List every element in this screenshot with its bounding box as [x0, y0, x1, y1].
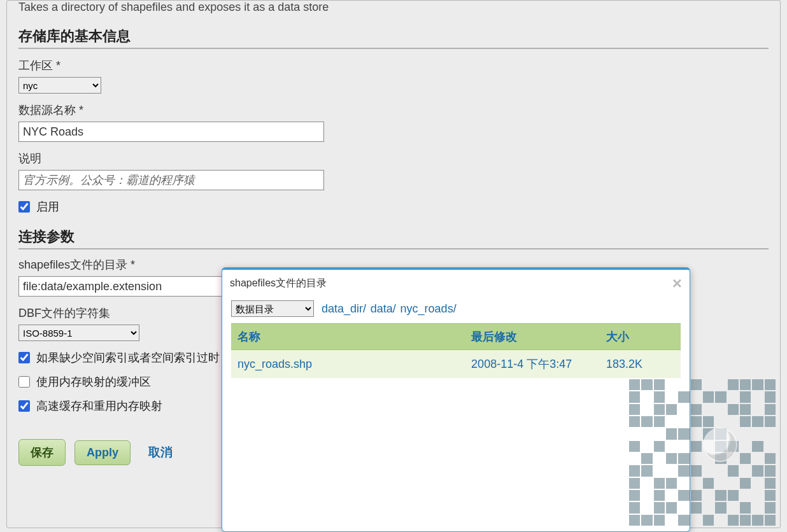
- apply-button[interactable]: Apply: [74, 440, 131, 465]
- crumb-0[interactable]: data_dir/: [322, 302, 366, 315]
- page-description: Takes a directory of shapefiles and expo…: [18, 1, 769, 14]
- enabled-checkbox[interactable]: [18, 201, 30, 213]
- close-icon[interactable]: ×: [672, 275, 682, 291]
- label-workspace: 工作区 *: [18, 58, 769, 73]
- file-table: 名称 最后修改 大小 nyc_roads.shp 2008-11-4 下午3:4…: [231, 323, 681, 378]
- cancel-link[interactable]: 取消: [148, 444, 173, 461]
- table-row[interactable]: nyc_roads.shp 2008-11-4 下午3:47 183.2K: [231, 350, 681, 379]
- save-button[interactable]: 保存: [18, 439, 66, 466]
- crumb-2[interactable]: nyc_roads/: [401, 302, 457, 315]
- cb-mmap-label: 使用内存映射的缓冲区: [36, 374, 151, 389]
- cb-mmap[interactable]: [18, 376, 30, 388]
- cell-name: nyc_roads.shp: [231, 350, 465, 379]
- crumb-1[interactable]: data/: [371, 302, 396, 315]
- breadcrumb: data_dir/ data/ nyc_roads/: [322, 302, 458, 316]
- cb-cache[interactable]: [18, 400, 30, 412]
- cb-spatial[interactable]: [18, 352, 30, 363]
- cb-cache-label: 高速缓存和重用内存映射: [36, 398, 162, 414]
- section-conn-title: 连接参数: [18, 227, 769, 249]
- enabled-label: 启用: [36, 199, 59, 214]
- col-name[interactable]: 名称: [231, 324, 465, 350]
- label-dsname: 数据源名称 *: [18, 102, 769, 118]
- modal-title: shapefiles文件的目录: [230, 277, 327, 290]
- section-basic-title: 存储库的基本信息: [18, 27, 769, 49]
- root-select[interactable]: 数据目录: [231, 300, 314, 317]
- file-browser-modal: shapefiles文件的目录 × 数据目录 data_dir/ data/ n…: [222, 267, 690, 532]
- desc-input[interactable]: [18, 170, 324, 190]
- cell-modified: 2008-11-4 下午3:47: [465, 350, 600, 379]
- dsname-input[interactable]: [18, 122, 324, 142]
- charset-select[interactable]: ISO-8859-1: [18, 325, 139, 341]
- cell-size: 183.2K: [600, 350, 681, 379]
- col-modified[interactable]: 最后修改: [465, 324, 600, 350]
- workspace-select[interactable]: nyc: [18, 77, 101, 94]
- col-size[interactable]: 大小: [600, 324, 681, 350]
- label-desc: 说明: [18, 151, 769, 166]
